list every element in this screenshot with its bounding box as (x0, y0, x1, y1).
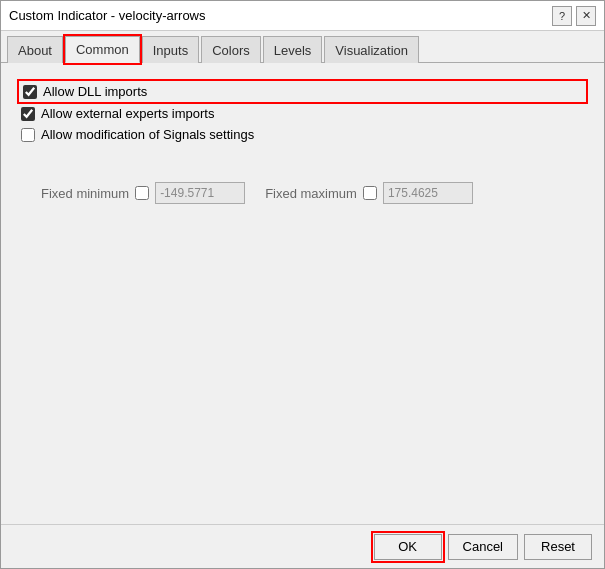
fixed-maximum-input[interactable] (383, 182, 473, 204)
title-bar-left: Custom Indicator - velocity-arrows (9, 8, 206, 23)
ok-button[interactable]: OK (374, 534, 442, 560)
title-bar-buttons: ? ✕ (552, 6, 596, 26)
checkbox-allow-signals[interactable]: Allow modification of Signals settings (21, 127, 584, 142)
checkbox-allow-signals-input[interactable] (21, 128, 35, 142)
fixed-minimum-input[interactable] (155, 182, 245, 204)
tab-levels[interactable]: Levels (263, 36, 323, 63)
main-window: Custom Indicator - velocity-arrows ? ✕ A… (0, 0, 605, 569)
title-bar: Custom Indicator - velocity-arrows ? ✕ (1, 1, 604, 31)
tab-common[interactable]: Common (65, 36, 140, 63)
checkbox-allow-dll-label: Allow DLL imports (43, 84, 147, 99)
checkbox-allow-external-input[interactable] (21, 107, 35, 121)
fixed-maximum-checkbox[interactable] (363, 186, 377, 200)
cancel-button[interactable]: Cancel (448, 534, 518, 560)
fixed-maximum-label: Fixed maximum (265, 186, 357, 201)
checkbox-allow-dll[interactable]: Allow DLL imports (21, 83, 584, 100)
tab-colors[interactable]: Colors (201, 36, 261, 63)
tab-common-label: Common (76, 42, 129, 57)
fixed-maximum-group: Fixed maximum (265, 182, 473, 204)
tab-colors-label: Colors (212, 43, 250, 58)
tab-inputs[interactable]: Inputs (142, 36, 199, 63)
close-button[interactable]: ✕ (576, 6, 596, 26)
fixed-values-row: Fixed minimum Fixed maximum (41, 182, 584, 204)
checkbox-allow-external-label: Allow external experts imports (41, 106, 214, 121)
fixed-minimum-group: Fixed minimum (41, 182, 245, 204)
checkbox-allow-external[interactable]: Allow external experts imports (21, 106, 584, 121)
reset-button[interactable]: Reset (524, 534, 592, 560)
checkbox-group: Allow DLL imports Allow external experts… (21, 83, 584, 142)
tab-levels-label: Levels (274, 43, 312, 58)
tab-about[interactable]: About (7, 36, 63, 63)
content-area: Allow DLL imports Allow external experts… (1, 63, 604, 524)
tab-visualization-label: Visualization (335, 43, 408, 58)
tabs-bar: About Common Inputs Colors Levels Visual… (1, 31, 604, 63)
checkbox-allow-signals-label: Allow modification of Signals settings (41, 127, 254, 142)
help-button[interactable]: ? (552, 6, 572, 26)
window-title: Custom Indicator - velocity-arrows (9, 8, 206, 23)
footer: OK Cancel Reset (1, 524, 604, 568)
checkbox-allow-dll-input[interactable] (23, 85, 37, 99)
fixed-minimum-checkbox[interactable] (135, 186, 149, 200)
tab-about-label: About (18, 43, 52, 58)
fixed-minimum-label: Fixed minimum (41, 186, 129, 201)
tab-visualization[interactable]: Visualization (324, 36, 419, 63)
tab-inputs-label: Inputs (153, 43, 188, 58)
